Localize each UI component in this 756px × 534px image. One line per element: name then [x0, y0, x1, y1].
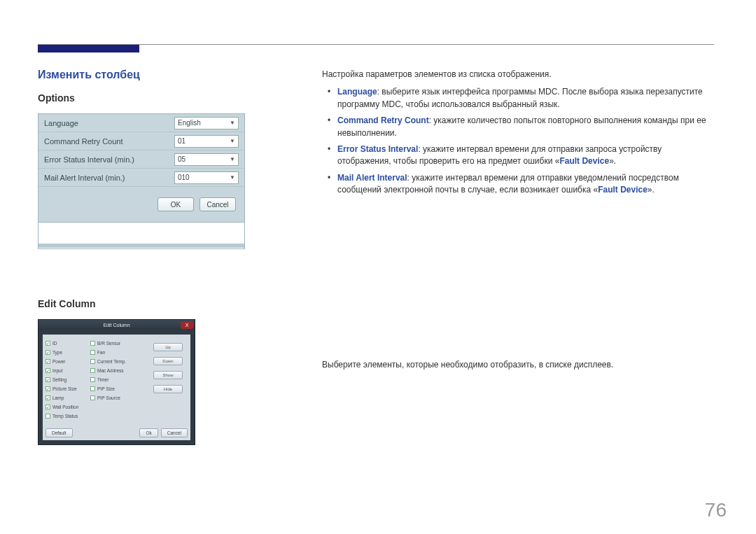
hide-button[interactable]: Hide: [153, 385, 183, 393]
list-item[interactable]: ✓Wall Position: [46, 402, 89, 412]
checkbox-icon[interactable]: ✓: [90, 395, 95, 400]
item-label: Mac Address: [97, 368, 124, 373]
option-label: Mail Alert Interval (min.): [44, 174, 174, 182]
checkbox-icon[interactable]: ✓: [90, 386, 95, 391]
options-footer: [38, 222, 244, 248]
bullet-text: ».: [609, 156, 616, 166]
checkbox-icon[interactable]: ✓: [46, 405, 50, 409]
item-label: PIP Source: [97, 395, 120, 400]
esi-select[interactable]: 05 ▼: [174, 153, 239, 166]
list-item[interactable]: ✓PIP Size: [90, 384, 138, 393]
term-mai: Mail Alert Interval: [337, 173, 407, 183]
item-label: Current Temp.: [97, 359, 126, 364]
editcolumn-heading: Edit Column: [38, 298, 245, 309]
down-button[interactable]: Down: [153, 357, 183, 365]
dialog-titlebar: Edit Column X: [38, 320, 195, 330]
ok-button[interactable]: OK: [158, 197, 194, 211]
bullet-item: Command Retry Count: укажите количество …: [337, 115, 707, 139]
checkbox-icon[interactable]: ✓: [46, 414, 50, 419]
accent-bar: [38, 45, 139, 52]
select-value: 01: [178, 137, 186, 145]
item-label: Picture Size: [52, 386, 77, 391]
list-item[interactable]: ✓Fan: [90, 348, 138, 357]
chevron-down-icon: ▼: [230, 138, 235, 144]
checkbox-icon[interactable]: ✓: [90, 359, 95, 364]
option-row-mai: Mail Alert Interval (min.) 010 ▼: [38, 169, 244, 187]
select-value: 05: [178, 155, 186, 163]
item-label: Temp Status: [52, 414, 78, 419]
chevron-down-icon: ▼: [230, 174, 235, 181]
checkbox-icon[interactable]: ✓: [46, 386, 50, 391]
select-value: English: [178, 119, 201, 127]
default-button[interactable]: Default: [46, 428, 73, 437]
list-item[interactable]: ✓Temp Status: [46, 412, 89, 421]
item-label: Type: [52, 350, 62, 355]
chevron-down-icon: ▼: [230, 120, 235, 126]
option-label: Error Status Interval (min.): [44, 155, 174, 164]
fault-device-term: Fault Device: [559, 156, 609, 166]
select-value: 010: [178, 174, 190, 181]
bullet-item: Language: выберите язык интерфейса прогр…: [337, 86, 707, 111]
options-screenshot: Language English ▼ Command Retry Count 0…: [38, 113, 245, 249]
item-label: Power: [52, 359, 65, 364]
list-item[interactable]: ✓Timer: [90, 375, 138, 384]
editcol-right-list: ✓B/R Sensor ✓Fan ✓Current Temp. ✓Mac Add…: [90, 339, 138, 421]
item-label: Setting: [52, 377, 66, 382]
checkbox-icon[interactable]: ✓: [46, 350, 50, 355]
item-label: Input: [52, 368, 62, 373]
editcol-left-list: ✓ID ✓Type ✓Power ✓Input ✓Setting ✓Pictur…: [46, 339, 89, 421]
editcolumn-screenshot: Edit Column X ✓ID ✓Type ✓Power ✓Input ✓S…: [38, 319, 195, 445]
list-item[interactable]: ✓Power: [46, 357, 89, 366]
item-label: Wall Position: [52, 405, 78, 409]
fault-device-term: Fault Device: [598, 185, 648, 195]
checkbox-icon[interactable]: ✓: [90, 368, 95, 373]
list-item[interactable]: ✓ID: [46, 339, 89, 348]
term-language: Language: [337, 87, 377, 97]
checkbox-icon[interactable]: ✓: [46, 368, 50, 373]
list-item[interactable]: ✓Input: [46, 366, 89, 375]
section-title: Изменить столбец: [38, 69, 245, 81]
up-button[interactable]: Up: [153, 343, 183, 351]
item-label: B/R Sensor: [97, 341, 120, 346]
checkbox-icon[interactable]: ✓: [46, 395, 50, 400]
option-row-retry: Command Retry Count 01 ▼: [38, 132, 244, 150]
cancel-button[interactable]: Cancel: [161, 428, 188, 437]
bullet-text: ».: [648, 185, 654, 195]
list-item[interactable]: ✓Lamp: [46, 393, 89, 402]
chevron-down-icon: ▼: [230, 156, 235, 162]
checkbox-icon[interactable]: ✓: [90, 377, 95, 382]
option-row-esi: Error Status Interval (min.) 05 ▼: [38, 150, 244, 169]
list-item[interactable]: ✓Type: [46, 348, 89, 357]
option-label: Command Retry Count: [44, 137, 174, 146]
term-retry: Command Retry Count: [337, 115, 429, 125]
item-label: Timer: [97, 377, 108, 382]
term-esi: Error Status Interval: [337, 144, 418, 154]
dialog-title: Edit Column: [103, 323, 130, 328]
editcolumn-description: Выберите элементы, которые необходимо от…: [322, 359, 707, 371]
ok-button[interactable]: Ok: [139, 428, 158, 437]
bullet-list: Language: выберите язык интерфейса прогр…: [322, 86, 707, 196]
list-item[interactable]: ✓Setting: [46, 375, 89, 384]
item-label: ID: [52, 341, 57, 346]
language-select[interactable]: English ▼: [174, 117, 239, 129]
cancel-button[interactable]: Cancel: [200, 197, 236, 211]
checkbox-icon[interactable]: ✓: [46, 341, 50, 346]
item-label: Lamp: [52, 395, 64, 400]
checkbox-icon[interactable]: ✓: [90, 341, 95, 346]
bullet-item: Error Status Interval: укажите интервал …: [337, 143, 707, 168]
checkbox-icon[interactable]: ✓: [46, 377, 50, 382]
list-item[interactable]: ✓B/R Sensor: [90, 339, 138, 348]
item-label: Fan: [97, 350, 105, 355]
list-item[interactable]: ✓Current Temp.: [90, 357, 138, 366]
mai-select[interactable]: 010 ▼: [174, 171, 239, 184]
close-button[interactable]: X: [181, 321, 193, 329]
checkbox-icon[interactable]: ✓: [90, 350, 95, 355]
retry-select[interactable]: 01 ▼: [174, 135, 239, 148]
show-button[interactable]: Show: [153, 371, 183, 379]
list-item[interactable]: ✓Mac Address: [90, 366, 138, 375]
page-number: 76: [705, 499, 727, 521]
item-label: PIP Size: [97, 386, 115, 391]
checkbox-icon[interactable]: ✓: [46, 359, 50, 364]
list-item[interactable]: ✓Picture Size: [46, 384, 89, 393]
list-item[interactable]: ✓PIP Source: [90, 393, 138, 402]
